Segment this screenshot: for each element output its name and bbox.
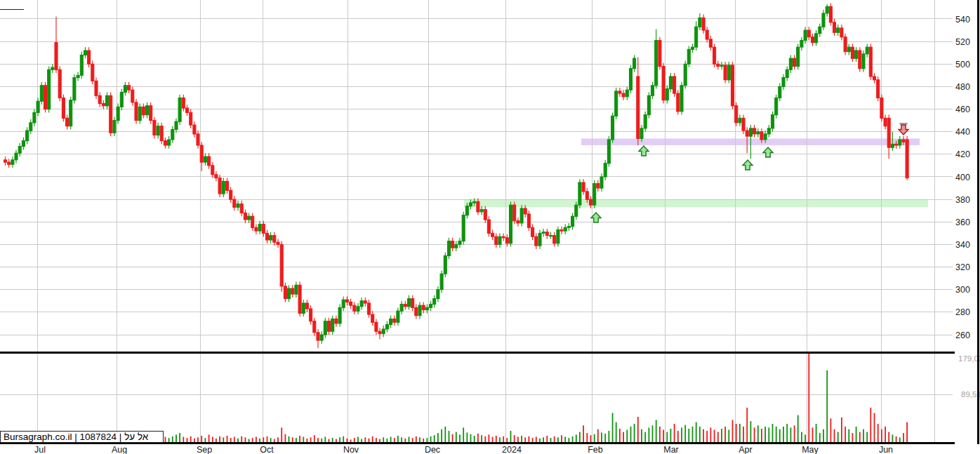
buy-arrow-icon-3 (743, 160, 753, 170)
svg-text:Nov: Nov (343, 445, 359, 454)
svg-text:500: 500 (955, 60, 970, 69)
svg-text:May: May (802, 445, 819, 454)
branding-label: Bursagraph.co.il | 1087824 | אל על (4, 432, 148, 442)
svg-text:340: 340 (955, 240, 970, 250)
chart-window: 2602803003203403603804004204404604805005… (0, 0, 980, 454)
svg-text:Apr: Apr (739, 445, 752, 454)
svg-text:Mar: Mar (663, 445, 679, 454)
candles-down (4, 4, 909, 349)
svg-text:280: 280 (955, 307, 970, 317)
candles-up (11, 4, 901, 344)
svg-text:360: 360 (955, 218, 970, 227)
svg-text:440: 440 (955, 127, 970, 137)
buy-arrow-icon-1 (591, 213, 601, 222)
month-labels: JulAugSepOctNovDec2024FebMarAprMayJun (34, 445, 893, 454)
svg-text:Dec: Dec (425, 445, 440, 454)
price-axis-labels: 2602803003203403603804004204404604805005… (955, 15, 970, 340)
svg-text:Oct: Oct (260, 445, 274, 454)
svg-text:460: 460 (955, 105, 970, 114)
volume-panel-separator (0, 352, 955, 354)
svg-text:320: 320 (955, 262, 970, 272)
svg-text:400: 400 (955, 173, 970, 182)
svg-text:89,519: 89,519 (961, 390, 980, 399)
svg-text:Jul: Jul (34, 445, 46, 454)
svg-text:380: 380 (955, 195, 970, 205)
buy-arrow-icon-4 (763, 147, 773, 157)
svg-text:300: 300 (955, 285, 970, 295)
sell-arrow-icon-5 (899, 125, 908, 135)
svg-text:2024: 2024 (502, 445, 522, 454)
svg-text:260: 260 (955, 331, 970, 340)
svg-text:179,038: 179,038 (958, 354, 980, 363)
right-border (977, 0, 979, 444)
svg-text:Jun: Jun (879, 445, 893, 454)
sell-arrow-cap-5 (900, 123, 908, 125)
svg-text:Feb: Feb (588, 445, 603, 454)
svg-text:520: 520 (955, 37, 970, 47)
svg-text:Sep: Sep (197, 445, 212, 454)
svg-text:540: 540 (955, 15, 970, 25)
month-gridlines (37, 0, 934, 443)
price-gridlines (0, 19, 953, 335)
support-zone (464, 199, 928, 207)
candlestick-chart: 2602803003203403603804004204404604805005… (0, 0, 980, 454)
top-left-line (0, 9, 24, 11)
svg-text:Aug: Aug (112, 445, 127, 454)
volume-axis-labels: 179,03889,519 (958, 354, 980, 399)
svg-text:480: 480 (955, 82, 970, 92)
svg-text:420: 420 (955, 149, 970, 159)
branding-label-box: Bursagraph.co.il | 1087824 | אל על (0, 431, 164, 443)
